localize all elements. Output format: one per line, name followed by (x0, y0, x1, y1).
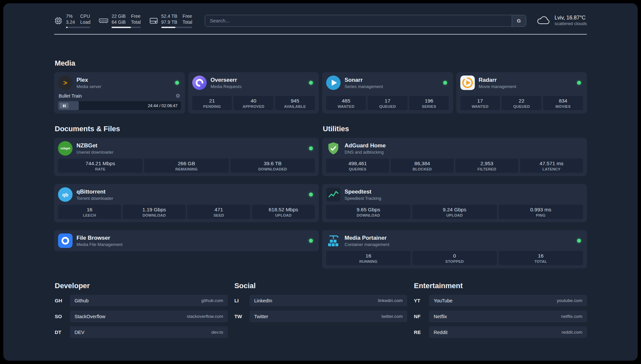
overseerr-card[interactable]: Overseerr Media Requests 21 PENDING 40 A… (188, 72, 319, 113)
gear-icon[interactable]: ⚙ (175, 93, 180, 99)
cpu-icon (54, 16, 63, 25)
utilities-column: Utilities AdGuard Home DNS and adblockin… (322, 125, 587, 268)
bookmark-link[interactable]: Github github.com (70, 295, 228, 306)
pause-button[interactable] (60, 103, 69, 108)
disk-progress-bar (161, 27, 192, 28)
search-engine-button[interactable]: G (512, 15, 526, 26)
sonarr-subtitle: Series management (345, 84, 383, 89)
adguard-subtitle: DNS and adblocking (345, 150, 386, 155)
overseerr-subtitle: Media Requests (211, 84, 242, 89)
documents-column: Documents & Files nzbget NZBGet Usenet d… (54, 125, 319, 251)
bookmark-link[interactable]: Reddit reddit.com (429, 326, 587, 338)
utilities-section-title: Utilities (323, 125, 587, 133)
stat-queued: 17 QUEUED (368, 96, 408, 110)
weather-widget: Lviv, 16.87°C scattered clouds (536, 15, 587, 27)
cpu-label: CPU (80, 13, 90, 19)
stat-upload: 618.52 Mbps UPLOAD (252, 205, 315, 219)
bookmark-link[interactable]: YouTube youtube.com (429, 295, 587, 306)
speedtest-card[interactable]: Speedtest Speedtest Tracking 9.65 Gbps D… (322, 184, 587, 222)
nzbget-subtitle: Usenet downloader (76, 150, 113, 155)
cpu-widget: 7% 3.24 CPU Load (54, 13, 90, 28)
memory-label-free: Free (131, 13, 141, 19)
top-bar: 7% 3.24 CPU Load (54, 3, 587, 28)
cpu-progress-bar (66, 27, 90, 28)
memory-icon (99, 17, 108, 24)
plex-card[interactable]: > Plex Media server Bullet Train ⚙ (54, 72, 185, 113)
bookmark-linkedin: LI LinkedIn linkedin.com (234, 295, 408, 306)
nzbget-card[interactable]: nzbget NZBGet Usenet downloader 744.21 M… (54, 138, 319, 176)
filebrowser-card[interactable]: File Browser Media File Management (54, 230, 319, 251)
stat-download: 1.19 Gbps DOWNLOAD (123, 205, 186, 219)
adguard-icon (326, 141, 341, 156)
stat-latency: 47.571 ms LATENCY (520, 159, 583, 173)
developer-bookmarks: Developer GH Github github.com SO StackO… (54, 282, 228, 342)
radarr-icon (460, 76, 475, 90)
plex-status-dot (175, 81, 179, 85)
stat-filtered: 2,953 FILTERED (455, 159, 518, 173)
stat-remaining: 266 GB REMAINING (144, 159, 229, 173)
cpu-label2: Load (80, 19, 90, 25)
qbittorrent-icon: qb (58, 187, 73, 202)
bookmark-link[interactable]: Netflix netflix.com (429, 311, 587, 322)
cpu-percent: 7% (66, 13, 75, 19)
qbittorrent-card[interactable]: qb qBittorrent Torrent downloader 16 LEE… (54, 184, 319, 222)
bookmark-link[interactable]: Twitter twitter.com (250, 311, 408, 322)
speedtest-name: Speedtest (345, 189, 381, 195)
stat-queries: 498,461 QUERIES (326, 159, 389, 173)
bookmark-abbr: TW (234, 314, 246, 319)
sonarr-name: Sonarr (345, 77, 383, 83)
disk-free: 52.4 TB (161, 13, 177, 19)
nzbget-name: NZBGet (76, 142, 113, 149)
bookmark-link[interactable]: DEV dev.to (70, 326, 228, 338)
weather-cloud-icon (536, 15, 551, 26)
filebrowser-status-dot (309, 239, 313, 243)
radarr-subtitle: Movie management (479, 84, 516, 89)
bookmark-link[interactable]: StackOverflow stackoverflow.com (70, 311, 228, 322)
bookmark-stackoverflow: SO StackOverflow stackoverflow.com (54, 311, 228, 322)
playback-time: 24:44 / 02:06:47 (148, 104, 177, 108)
bookmark-abbr: LI (234, 298, 246, 303)
adguard-card[interactable]: AdGuard Home DNS and adblocking 498,461 … (322, 138, 587, 176)
filebrowser-icon (58, 233, 73, 248)
disk-widget: 52.4 TB 97.9 TB Free Total (149, 13, 192, 28)
radarr-card[interactable]: Radarr Movie management 17 WANTED 22 QUE… (456, 72, 587, 113)
overseerr-status-dot (309, 81, 313, 85)
cpu-loadavg: 3.24 (66, 19, 75, 25)
stat-series: 196 SERIES (409, 96, 449, 110)
stat-rate: 744.21 Mbps RATE (58, 159, 142, 173)
plex-icon: > (58, 76, 73, 90)
stat-wanted: 485 WANTED (326, 96, 366, 110)
social-bookmarks: Social LI LinkedIn linkedin.com TW Twitt… (234, 282, 408, 326)
bookmark-github: GH Github github.com (54, 295, 228, 306)
disk-icon (149, 17, 158, 24)
sonarr-icon (326, 76, 341, 90)
sonarr-card[interactable]: Sonarr Series management 485 WANTED 17 Q… (322, 72, 453, 113)
topbar-divider (54, 34, 587, 35)
playback-progress-bar[interactable]: 24:44 / 02:06:47 (58, 101, 181, 110)
stat-stopped: 0 STOPPED (412, 251, 497, 265)
media-card-row: > Plex Media server Bullet Train ⚙ (54, 72, 587, 113)
stat-blocked: 86,384 BLOCKED (391, 159, 454, 173)
disk-label-total: Total (183, 19, 193, 25)
bookmark-link[interactable]: LinkedIn linkedin.com (250, 295, 408, 306)
bookmark-netflix: NF Netflix netflix.com (413, 311, 587, 322)
bookmark-abbr: NF (413, 314, 425, 319)
stat-running: 16 RUNNING (326, 251, 411, 265)
bookmark-abbr: YT (413, 298, 425, 303)
qbittorrent-subtitle: Torrent downloader (76, 196, 113, 201)
memory-free: 22 GiB (111, 13, 126, 19)
portainer-subtitle: Container management (345, 242, 389, 247)
portainer-card[interactable]: Media Portainer Container management 16 … (322, 230, 587, 268)
social-section-title: Social (234, 282, 408, 290)
nzbget-icon: nzbget (58, 141, 73, 156)
bookmark-abbr: DT (54, 329, 66, 335)
overseerr-icon (192, 76, 207, 90)
stat-upload: 9.24 Gbps UPLOAD (412, 205, 497, 219)
speedtest-icon (326, 187, 341, 202)
search-input[interactable] (205, 18, 512, 23)
bookmark-dev: DT DEV dev.to (54, 326, 228, 338)
plex-now-playing: Bullet Train ⚙ 24:44 / 02:06:47 (58, 90, 181, 110)
memory-total: 64 GiB (111, 19, 126, 25)
now-playing-title: Bullet Train (59, 93, 82, 99)
stat-download: 9.65 Gbps DOWNLOAD (326, 205, 411, 219)
